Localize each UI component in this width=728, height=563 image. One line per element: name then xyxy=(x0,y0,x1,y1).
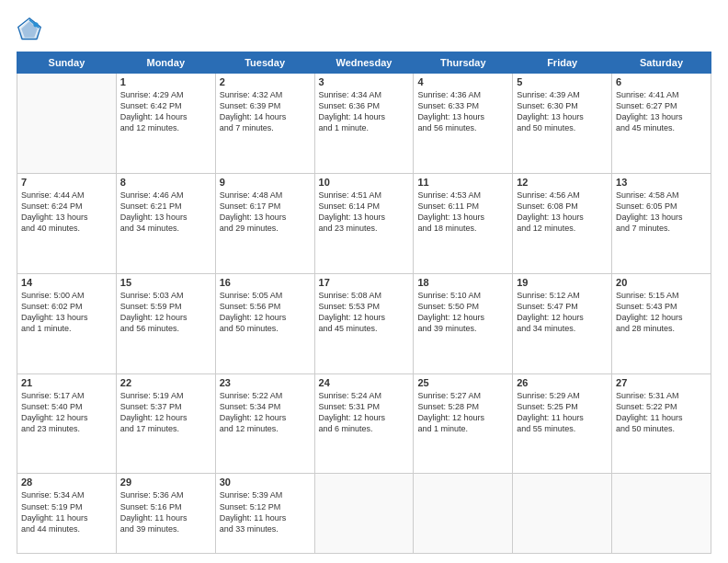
calendar-cell: 30Sunrise: 5:39 AMSunset: 5:12 PMDayligh… xyxy=(215,474,314,554)
calendar-cell xyxy=(17,74,117,174)
day-number: 16 xyxy=(220,277,311,288)
calendar-cell: 16Sunrise: 5:05 AMSunset: 5:56 PMDayligh… xyxy=(215,273,314,373)
day-number: 14 xyxy=(21,277,112,288)
day-number: 7 xyxy=(21,177,112,188)
day-info: Sunrise: 5:00 AMSunset: 6:02 PMDaylight:… xyxy=(21,290,112,335)
day-number: 24 xyxy=(319,377,410,388)
day-info: Sunrise: 4:58 AMSunset: 6:05 PMDaylight:… xyxy=(616,190,707,235)
calendar-header-friday: Friday xyxy=(513,52,612,74)
day-info: Sunrise: 4:51 AMSunset: 6:14 PMDaylight:… xyxy=(319,190,410,235)
day-info: Sunrise: 4:36 AMSunset: 6:33 PMDaylight:… xyxy=(417,89,508,134)
calendar-cell: 12Sunrise: 4:56 AMSunset: 6:08 PMDayligh… xyxy=(513,173,612,273)
calendar-cell: 15Sunrise: 5:03 AMSunset: 5:59 PMDayligh… xyxy=(116,273,215,373)
day-info: Sunrise: 5:17 AMSunset: 5:40 PMDaylight:… xyxy=(21,390,112,435)
day-info: Sunrise: 5:31 AMSunset: 5:22 PMDaylight:… xyxy=(616,390,707,435)
day-number: 20 xyxy=(616,277,707,288)
calendar-cell: 14Sunrise: 5:00 AMSunset: 6:02 PMDayligh… xyxy=(17,273,117,373)
day-number: 2 xyxy=(220,76,311,87)
day-number: 27 xyxy=(616,377,707,388)
calendar-week-row: 1Sunrise: 4:29 AMSunset: 6:42 PMDaylight… xyxy=(17,74,711,174)
day-info: Sunrise: 5:24 AMSunset: 5:31 PMDaylight:… xyxy=(319,390,410,435)
day-number: 12 xyxy=(517,177,608,188)
calendar-cell: 24Sunrise: 5:24 AMSunset: 5:31 PMDayligh… xyxy=(314,373,414,474)
day-number: 8 xyxy=(120,177,211,188)
day-number: 6 xyxy=(616,76,707,87)
day-number: 1 xyxy=(120,76,211,87)
day-info: Sunrise: 5:29 AMSunset: 5:25 PMDaylight:… xyxy=(517,390,608,435)
calendar-header-thursday: Thursday xyxy=(414,52,513,74)
day-number: 19 xyxy=(517,277,608,288)
calendar-cell: 9Sunrise: 4:48 AMSunset: 6:17 PMDaylight… xyxy=(215,173,314,273)
day-info: Sunrise: 4:44 AMSunset: 6:24 PMDaylight:… xyxy=(21,190,112,235)
calendar-cell: 13Sunrise: 4:58 AMSunset: 6:05 PMDayligh… xyxy=(612,173,711,273)
calendar-cell xyxy=(414,474,513,554)
day-number: 3 xyxy=(319,76,410,87)
day-number: 30 xyxy=(220,477,311,488)
day-number: 9 xyxy=(220,177,311,188)
day-info: Sunrise: 4:46 AMSunset: 6:21 PMDaylight:… xyxy=(120,190,211,235)
day-number: 18 xyxy=(417,277,508,288)
page: SundayMondayTuesdayWednesdayThursdayFrid… xyxy=(0,0,728,563)
calendar-cell: 3Sunrise: 4:34 AMSunset: 6:36 PMDaylight… xyxy=(314,74,414,174)
calendar-cell: 29Sunrise: 5:36 AMSunset: 5:16 PMDayligh… xyxy=(116,474,215,554)
calendar-week-row: 7Sunrise: 4:44 AMSunset: 6:24 PMDaylight… xyxy=(17,173,711,273)
logo-icon xyxy=(17,17,42,42)
calendar-cell: 10Sunrise: 4:51 AMSunset: 6:14 PMDayligh… xyxy=(314,173,414,273)
calendar-week-row: 14Sunrise: 5:00 AMSunset: 6:02 PMDayligh… xyxy=(17,273,711,373)
calendar-cell: 25Sunrise: 5:27 AMSunset: 5:28 PMDayligh… xyxy=(414,373,513,474)
day-number: 25 xyxy=(417,377,508,388)
calendar-cell: 19Sunrise: 5:12 AMSunset: 5:47 PMDayligh… xyxy=(513,273,612,373)
day-info: Sunrise: 5:03 AMSunset: 5:59 PMDaylight:… xyxy=(120,290,211,335)
svg-point-3 xyxy=(33,22,38,27)
calendar-week-row: 28Sunrise: 5:34 AMSunset: 5:19 PMDayligh… xyxy=(17,474,711,554)
day-number: 11 xyxy=(417,177,508,188)
day-info: Sunrise: 5:27 AMSunset: 5:28 PMDaylight:… xyxy=(417,390,508,435)
calendar-cell: 26Sunrise: 5:29 AMSunset: 5:25 PMDayligh… xyxy=(513,373,612,474)
day-number: 21 xyxy=(21,377,112,388)
day-info: Sunrise: 4:48 AMSunset: 6:17 PMDaylight:… xyxy=(220,190,311,235)
calendar-header-sunday: Sunday xyxy=(17,52,117,74)
day-info: Sunrise: 4:56 AMSunset: 6:08 PMDaylight:… xyxy=(517,190,608,235)
calendar-cell xyxy=(513,474,612,554)
day-info: Sunrise: 5:22 AMSunset: 5:34 PMDaylight:… xyxy=(220,390,311,435)
day-number: 13 xyxy=(616,177,707,188)
calendar-cell: 27Sunrise: 5:31 AMSunset: 5:22 PMDayligh… xyxy=(612,373,711,474)
day-number: 29 xyxy=(120,477,211,488)
day-number: 22 xyxy=(120,377,211,388)
day-info: Sunrise: 5:05 AMSunset: 5:56 PMDaylight:… xyxy=(220,290,311,335)
calendar-cell: 2Sunrise: 4:32 AMSunset: 6:39 PMDaylight… xyxy=(215,74,314,174)
calendar-header-tuesday: Tuesday xyxy=(215,52,314,74)
calendar-cell: 5Sunrise: 4:39 AMSunset: 6:30 PMDaylight… xyxy=(513,74,612,174)
calendar-header-wednesday: Wednesday xyxy=(314,52,414,74)
logo xyxy=(17,17,46,42)
day-info: Sunrise: 5:39 AMSunset: 5:12 PMDaylight:… xyxy=(220,489,311,534)
day-info: Sunrise: 4:53 AMSunset: 6:11 PMDaylight:… xyxy=(417,190,508,235)
calendar-cell xyxy=(612,474,711,554)
calendar-cell: 11Sunrise: 4:53 AMSunset: 6:11 PMDayligh… xyxy=(414,173,513,273)
day-number: 4 xyxy=(417,76,508,87)
day-number: 26 xyxy=(517,377,608,388)
day-info: Sunrise: 5:34 AMSunset: 5:19 PMDaylight:… xyxy=(21,489,112,534)
calendar-header-monday: Monday xyxy=(116,52,215,74)
day-number: 10 xyxy=(319,177,410,188)
calendar-cell: 20Sunrise: 5:15 AMSunset: 5:43 PMDayligh… xyxy=(612,273,711,373)
calendar-cell xyxy=(314,474,414,554)
calendar-cell: 8Sunrise: 4:46 AMSunset: 6:21 PMDaylight… xyxy=(116,173,215,273)
calendar-table: SundayMondayTuesdayWednesdayThursdayFrid… xyxy=(17,52,711,554)
calendar-header-saturday: Saturday xyxy=(612,52,711,74)
day-number: 5 xyxy=(517,76,608,87)
day-info: Sunrise: 4:32 AMSunset: 6:39 PMDaylight:… xyxy=(220,89,311,134)
day-info: Sunrise: 5:08 AMSunset: 5:53 PMDaylight:… xyxy=(319,290,410,335)
day-number: 28 xyxy=(21,477,112,488)
calendar-cell: 1Sunrise: 4:29 AMSunset: 6:42 PMDaylight… xyxy=(116,74,215,174)
day-info: Sunrise: 5:10 AMSunset: 5:50 PMDaylight:… xyxy=(417,290,508,335)
day-number: 15 xyxy=(120,277,211,288)
day-number: 23 xyxy=(220,377,311,388)
day-info: Sunrise: 4:29 AMSunset: 6:42 PMDaylight:… xyxy=(120,89,211,134)
day-info: Sunrise: 5:19 AMSunset: 5:37 PMDaylight:… xyxy=(120,390,211,435)
calendar-cell: 18Sunrise: 5:10 AMSunset: 5:50 PMDayligh… xyxy=(414,273,513,373)
calendar-cell: 28Sunrise: 5:34 AMSunset: 5:19 PMDayligh… xyxy=(17,474,117,554)
calendar-week-row: 21Sunrise: 5:17 AMSunset: 5:40 PMDayligh… xyxy=(17,373,711,474)
day-info: Sunrise: 4:34 AMSunset: 6:36 PMDaylight:… xyxy=(319,89,410,134)
calendar-cell: 22Sunrise: 5:19 AMSunset: 5:37 PMDayligh… xyxy=(116,373,215,474)
